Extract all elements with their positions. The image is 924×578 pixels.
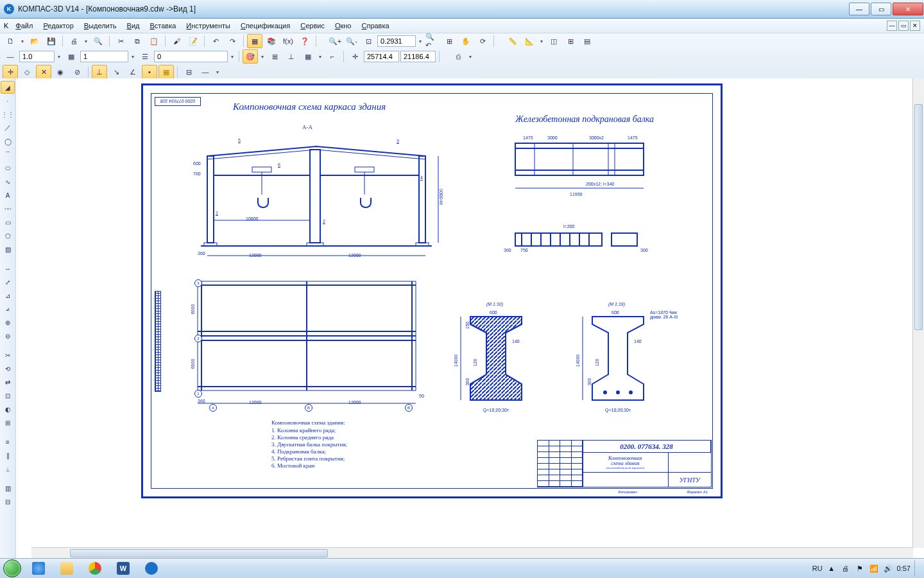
tool-hatch[interactable]: ▨ (1, 243, 15, 256)
new-doc-button[interactable]: 🗋 (3, 34, 18, 48)
start-button[interactable] (0, 559, 24, 578)
taskbar-explorer[interactable] (53, 559, 80, 577)
preview-button[interactable]: 🔍 (90, 34, 106, 48)
extra-button[interactable]: ⎙ (450, 49, 466, 64)
menu-select[interactable]: Выделить (80, 21, 121, 31)
linestyle-button[interactable]: — (3, 49, 18, 64)
tool-text[interactable]: A (1, 189, 15, 202)
save-button[interactable]: 💾 (44, 34, 59, 48)
doc-manager-button[interactable]: ▦ (247, 34, 262, 48)
snap-endpoint[interactable]: ✛ (3, 65, 18, 79)
variable-button[interactable]: f(x) (280, 34, 296, 48)
step-input[interactable] (154, 51, 228, 62)
dropdown-icon[interactable]: ▾ (467, 54, 474, 60)
grid-button[interactable]: ⊞ (267, 49, 282, 64)
library-button[interactable]: 📚 (264, 34, 279, 48)
tray-shield-icon[interactable]: ⚑ (855, 563, 865, 574)
layer-icon[interactable]: ▦ (64, 49, 79, 64)
tool-edit4[interactable]: ⊡ (1, 389, 15, 402)
properties-button[interactable]: 📝 (185, 34, 201, 48)
measure-button[interactable]: 📏 (505, 34, 520, 48)
mdi-restore[interactable]: ▭ (898, 21, 909, 31)
paste-button[interactable]: 📋 (146, 34, 162, 48)
snap-nearest[interactable]: ↘ (108, 65, 124, 79)
tool-ellipse[interactable]: ⬭ (1, 162, 15, 175)
menu-view[interactable]: Вид (123, 21, 144, 31)
measure2-button[interactable]: 📐 (522, 34, 537, 48)
tool-aux[interactable]: ⋮⋮ (1, 108, 15, 121)
dropdown-icon[interactable]: ▾ (229, 54, 235, 60)
brush-button[interactable]: 🖌 (169, 34, 184, 48)
tool-geometry[interactable]: ◢ (1, 81, 15, 94)
taskbar-chrome[interactable] (81, 559, 108, 577)
dropdown-icon[interactable]: ▾ (19, 39, 26, 44)
snap-toggle[interactable]: 🎯 (243, 49, 258, 64)
menu-window[interactable]: Окно (330, 21, 356, 31)
tray-network-icon[interactable]: 📶 (869, 563, 879, 574)
menu-insert[interactable]: Вставка (145, 21, 180, 31)
print-button[interactable]: 🖨 (66, 34, 81, 48)
zoom-input[interactable] (377, 35, 416, 47)
tool-bezier[interactable]: ᠁ (1, 202, 15, 215)
taskbar-kompas[interactable] (138, 559, 165, 577)
pan-button[interactable]: ✋ (458, 34, 474, 48)
tool-edit1[interactable]: ✂ (1, 349, 15, 362)
tool-spline[interactable]: ∿ (1, 175, 15, 188)
dropdown-icon[interactable]: ▾ (417, 39, 424, 44)
taskbar-ie[interactable] (25, 559, 52, 577)
tool-rect[interactable]: ▭ (1, 216, 15, 229)
tool-edit2[interactable]: ⟲ (1, 362, 15, 375)
scrollbar-horizontal[interactable] (31, 547, 913, 559)
copy-button[interactable]: ⧉ (130, 34, 145, 48)
tool-dim6[interactable]: ⊖ (1, 329, 15, 342)
snap-mid[interactable]: ◇ (19, 65, 35, 79)
refresh-button[interactable]: ⟳ (475, 34, 490, 48)
tool-point[interactable]: · (1, 94, 15, 107)
zoom-prev-button[interactable]: 🔍↶ (425, 34, 440, 48)
snap-tangent[interactable]: ⊘ (69, 65, 85, 79)
measure4-button[interactable]: ⊞ (563, 34, 578, 48)
tray-printer-icon[interactable]: 🖨 (841, 563, 851, 574)
close-button[interactable]: ✕ (893, 3, 923, 15)
tool-circle[interactable]: ◯ (1, 135, 15, 148)
maximize-button[interactable]: ▭ (871, 3, 891, 15)
ortho-button[interactable]: ⊥ (284, 49, 299, 64)
zoom-out-button[interactable]: 🔍- (344, 34, 359, 48)
dropdown-icon[interactable]: ▾ (214, 69, 221, 75)
cut-button[interactable]: ✂ (113, 34, 128, 48)
snap-center[interactable]: ◉ (53, 65, 68, 79)
tool-param1[interactable]: ≡ (1, 435, 15, 448)
menu-editor[interactable]: Редактор (38, 21, 78, 31)
tool-dim2[interactable]: ⤢ (1, 276, 15, 288)
snap-grid[interactable]: ▦ (158, 65, 174, 79)
menu-tools[interactable]: Инструменты (182, 21, 235, 31)
round-button[interactable]: ⌐ (325, 49, 340, 64)
tool-polygon[interactable]: ⬠ (1, 229, 15, 242)
undo-button[interactable]: ↶ (208, 34, 223, 48)
scrollbar-vertical[interactable] (912, 78, 924, 548)
snap-none[interactable]: — (198, 65, 213, 79)
redo-button[interactable]: ↷ (225, 34, 240, 48)
tray-clock[interactable]: 0:57 (897, 565, 911, 572)
dropdown-icon[interactable]: ▾ (317, 54, 323, 60)
show-desktop-button[interactable] (914, 560, 920, 577)
tool-dim3[interactable]: ⊿ (1, 289, 15, 302)
zoom-window-button[interactable]: ⊡ (361, 34, 376, 48)
snap-extra[interactable]: ⊟ (181, 65, 196, 79)
grid2-button[interactable]: ▦ (300, 49, 316, 64)
tool-edit6[interactable]: ⊞ (1, 416, 15, 429)
menu-file[interactable]: Файл (11, 21, 37, 31)
tool-param2[interactable]: ∥ (1, 449, 15, 462)
menu-service[interactable]: Сервис (296, 21, 329, 31)
drawing-canvas[interactable]: 0200 077634 328 Компоновочная схема карк… (16, 78, 924, 559)
tool-misc2[interactable]: ⊟ (1, 495, 15, 508)
dropdown-icon[interactable]: ▾ (538, 39, 545, 44)
tool-line[interactable]: ／ (1, 121, 15, 134)
layer-mgr-button[interactable]: ☰ (137, 49, 153, 64)
tool-arc[interactable]: ⌒ (1, 148, 15, 161)
measure5-button[interactable]: ▤ (579, 34, 595, 48)
mdi-minimize[interactable]: — (887, 21, 897, 31)
scroll-thumb[interactable] (914, 104, 923, 330)
dropdown-icon[interactable]: ▾ (130, 54, 136, 60)
tool-dim4[interactable]: ⦞ (1, 302, 15, 315)
